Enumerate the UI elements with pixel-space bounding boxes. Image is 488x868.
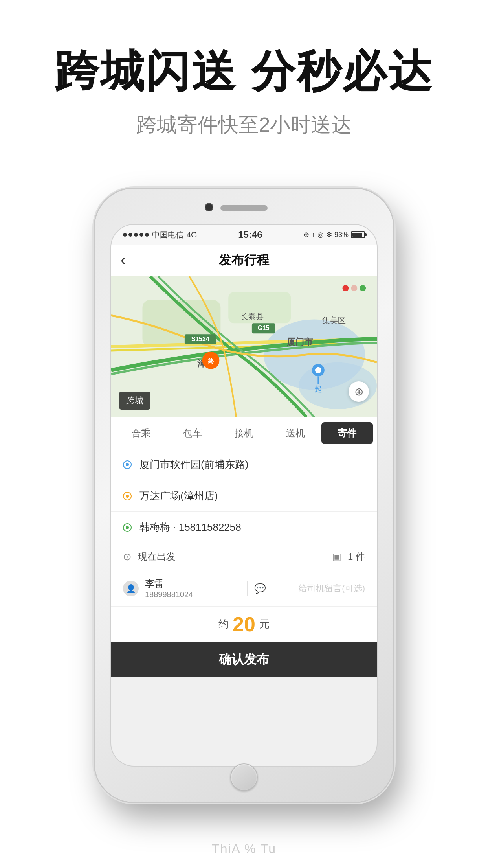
user-row: 👤 李雷 18899881024 💬 给司机留言(可选) [111,570,377,607]
svg-point-21 [343,285,349,291]
phone-home-button[interactable] [230,763,258,791]
map-area: S1524 G15 漳州 长泰县 厦门市 集美区 终 起 [111,276,377,417]
back-button[interactable]: ‹ [121,252,125,268]
departure-item[interactable]: ⊙ 现在出发 [123,550,176,563]
network-label: 4G [187,230,197,239]
arrow-icon: ↑ [312,231,315,239]
destination-icon [123,492,132,500]
svg-text:长泰县: 长泰县 [240,312,264,321]
package-item[interactable]: ▣ 1 件 [332,550,365,563]
watermark: ThiA % Tu [212,842,276,856]
bluetooth-icon: ✻ [326,230,332,239]
package-text: 1 件 [348,550,365,563]
package-icon: ▣ [332,551,341,562]
tab-jianjian[interactable]: 寄件 [321,422,373,444]
svg-point-22 [351,285,357,291]
origin-text: 厦门市软件园(前埔东路) [139,458,248,471]
battery-fill [352,233,362,237]
contact-text: 韩梅梅 · 15811582258 [139,520,241,534]
svg-text:终: 终 [207,358,215,364]
tab-hecheng[interactable]: 合乘 [115,422,167,444]
carrier-label: 中国电信 [152,230,183,240]
nav-title: 发布行程 [219,252,269,269]
tab-songji[interactable]: 送机 [270,422,321,444]
origin-row[interactable]: 厦门市软件园(前埔东路) [111,449,377,480]
info-row: ⊙ 现在出发 ▣ 1 件 [111,543,377,570]
confirm-btn-label: 确认发布 [219,651,269,668]
status-left: 中国电信 4G [123,230,197,240]
user-avatar: 👤 [123,581,139,596]
phone-screen: 中国电信 4G 15:46 ⊕ ↑ ◎ ✻ 93% ‹ [110,224,378,767]
battery-bar [351,231,365,238]
alarm-icon: ◎ [317,230,324,239]
origin-icon [123,460,132,469]
hero-title: 跨城闪送 分秒必达 [0,47,488,96]
signal-dots [123,233,149,237]
hero-section: 跨城闪送 分秒必达 跨城寄件快至2小时送达 [0,0,488,139]
confirm-button[interactable]: 确认发布 [111,642,377,677]
divider [247,581,248,596]
message-placeholder[interactable]: 给司机留言(可选) [269,583,365,594]
tab-jieji[interactable]: 接机 [218,422,270,444]
phone-shell: 中国电信 4G 15:46 ⊕ ↑ ◎ ✻ 93% ‹ [95,189,393,802]
status-right: ⊕ ↑ ◎ ✻ 93% [303,230,365,239]
battery-tip [365,233,367,236]
message-icon: 💬 [254,583,266,594]
contact-row[interactable]: 韩梅梅 · 15811582258 [111,512,377,543]
status-bar: 中国电信 4G 15:46 ⊕ ↑ ◎ ✻ 93% [111,225,377,245]
kuacheng-badge: 跨城 [119,392,150,410]
destination-row[interactable]: 万达广场(漳州店) [111,480,377,512]
form-area: 厦门市软件园(前埔东路) 万达广场(漳州店) 韩梅梅 · 15811582258 [111,449,377,677]
nav-bar: ‹ 发布行程 [111,245,377,276]
contact-icon [123,523,132,532]
user-phone: 18899881024 [145,590,241,599]
svg-text:S1524: S1524 [191,336,209,342]
user-name: 李雷 [145,577,241,590]
phone-camera [205,203,213,211]
battery-percent: 93% [334,231,349,239]
time-display: 15:46 [238,229,262,240]
location-button[interactable]: ⊕ [349,381,369,402]
svg-point-18 [315,367,321,373]
svg-text:起: 起 [315,385,322,393]
destination-text: 万达广场(漳州店) [139,489,218,503]
tab-baochu[interactable]: 包车 [167,422,218,444]
hero-subtitle: 跨城寄件快至2小时送达 [0,111,488,139]
svg-point-23 [360,285,366,291]
user-info: 李雷 18899881024 [145,577,241,599]
svg-text:G15: G15 [258,325,270,331]
svg-text:厦门市: 厦门市 [286,337,313,347]
phone-mockup: 中国电信 4G 15:46 ⊕ ↑ ◎ ✻ 93% ‹ [95,189,393,802]
departure-text: 现在出发 [138,550,176,563]
tab-bar: 合乘 包车 接机 送机 寄件 [111,417,377,449]
map-svg: S1524 G15 漳州 长泰县 厦门市 集美区 终 起 [111,276,377,417]
gps-icon: ⊕ [303,230,309,239]
price-row: 约 20 元 [111,607,377,642]
svg-text:集美区: 集美区 [322,316,346,325]
price-amount: 20 [233,612,255,636]
clock-icon: ⊙ [123,551,132,563]
price-unit: 元 [259,617,270,631]
phone-speaker [220,205,268,211]
price-prefix: 约 [218,617,229,631]
